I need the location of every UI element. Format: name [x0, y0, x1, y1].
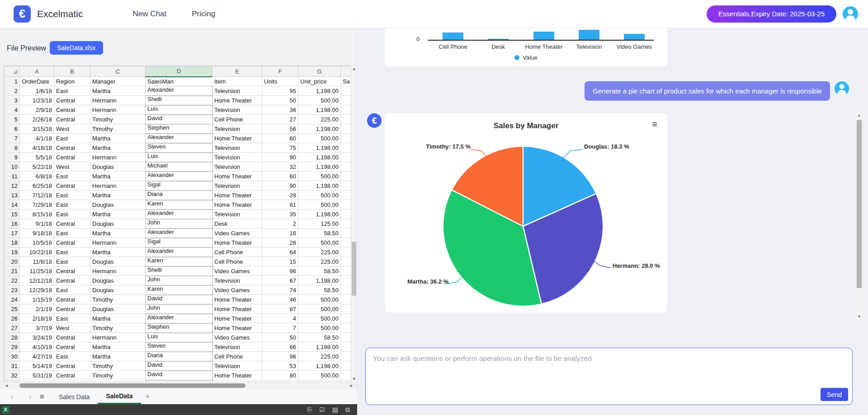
cell[interactable]: John — [146, 219, 212, 228]
cell[interactable]: Central — [54, 361, 90, 371]
cell[interactable]: East — [54, 285, 90, 295]
cell[interactable]: 58.50 — [298, 228, 341, 238]
cell[interactable]: Diana — [146, 352, 212, 361]
cell[interactable] — [341, 285, 352, 295]
cell[interactable]: Central — [54, 96, 90, 105]
cell[interactable]: Martha — [90, 191, 146, 200]
row-number[interactable]: 12 — [5, 181, 20, 191]
cell[interactable]: Television — [212, 153, 262, 162]
cell[interactable]: 8/15/18 — [20, 210, 54, 219]
cell[interactable]: 4/18/18 — [20, 143, 54, 153]
nav-item-new-chat[interactable]: New Chat — [133, 9, 167, 19]
cell[interactable]: Martha — [90, 228, 146, 238]
cell[interactable]: Cell Phone — [212, 352, 262, 361]
cell[interactable]: OrderDate — [20, 77, 54, 86]
cell[interactable] — [341, 371, 352, 380]
sheet-vertical-scrollbar[interactable]: ▲ ▼ — [351, 65, 357, 382]
cell[interactable]: 225.00 — [298, 257, 341, 266]
cell[interactable]: 36 — [262, 105, 298, 115]
cell[interactable]: 10/5/18 — [20, 238, 54, 247]
cell[interactable]: John — [146, 304, 212, 314]
cell[interactable]: 64 — [262, 247, 298, 257]
cell[interactable] — [341, 105, 352, 115]
cell[interactable]: 29 — [262, 191, 298, 200]
cell[interactable] — [341, 276, 352, 285]
cell[interactable] — [341, 295, 352, 304]
column-header-B[interactable]: B — [54, 66, 90, 77]
cell[interactable]: 11/25/18 — [20, 266, 54, 276]
cell[interactable]: Sigal — [146, 181, 212, 191]
cell[interactable]: East — [54, 200, 90, 210]
cell[interactable]: Timothy — [90, 323, 146, 333]
cell[interactable]: 4/10/19 — [20, 342, 54, 352]
cell[interactable]: Video Games — [212, 285, 262, 295]
cell[interactable]: East — [54, 191, 90, 200]
cell[interactable]: 6/25/18 — [20, 181, 54, 191]
cell[interactable] — [341, 143, 352, 153]
cell[interactable]: 3/7/19 — [20, 323, 54, 333]
cell[interactable]: 225.00 — [298, 115, 341, 124]
cell[interactable]: Douglas — [90, 200, 146, 210]
row-number[interactable]: 3 — [5, 96, 20, 105]
cell[interactable]: 5/5/18 — [20, 153, 54, 162]
cell[interactable]: Hermann — [90, 333, 146, 342]
cell[interactable]: Douglas — [90, 285, 146, 295]
cell[interactable]: 67 — [262, 276, 298, 285]
cell[interactable]: Timothy — [90, 115, 146, 124]
row-number[interactable]: 22 — [5, 276, 20, 285]
cell[interactable]: 11/8/18 — [20, 257, 54, 266]
cell[interactable]: 4 — [262, 314, 298, 323]
row-number[interactable]: 25 — [5, 304, 20, 314]
app-logo-icon[interactable]: € — [14, 5, 31, 23]
cell[interactable]: Alexander — [146, 210, 212, 219]
cell[interactable]: Central — [54, 342, 90, 352]
cell[interactable]: Sigal — [146, 238, 212, 247]
cell[interactable]: 5/22/18 — [20, 162, 54, 172]
cell[interactable]: 500.00 — [298, 314, 341, 323]
cell[interactable]: Region — [54, 77, 90, 86]
cell[interactable]: 5/14/19 — [20, 361, 54, 371]
cell[interactable]: Central — [54, 143, 90, 153]
cell[interactable]: Karen — [146, 257, 212, 266]
chat-scroll-thumb[interactable] — [857, 120, 862, 288]
cell[interactable] — [341, 86, 352, 96]
cell[interactable]: West — [54, 162, 90, 172]
cell[interactable]: Television — [212, 162, 262, 172]
cell[interactable]: 2/26/18 — [20, 115, 54, 124]
pie-chart[interactable] — [443, 147, 603, 306]
cell[interactable]: Luis — [146, 333, 212, 342]
cell[interactable]: Alexander — [146, 172, 212, 181]
cell[interactable]: Alexander — [146, 247, 212, 257]
cell[interactable]: 12/29/18 — [20, 285, 54, 295]
horizontal-scroll-thumb[interactable] — [19, 383, 245, 388]
cell[interactable]: 2/1/19 — [20, 304, 54, 314]
cell[interactable]: Hermann — [90, 153, 146, 162]
cell[interactable]: 7/29/18 — [20, 200, 54, 210]
copy-sheet-icon[interactable]: ⎘ — [307, 406, 312, 414]
cell[interactable] — [341, 304, 352, 314]
cell[interactable]: Central — [54, 238, 90, 247]
cell[interactable] — [341, 247, 352, 257]
cell[interactable]: David — [146, 361, 212, 371]
cell[interactable]: Television — [212, 124, 262, 134]
cell[interactable]: 10/22/18 — [20, 247, 54, 257]
cell[interactable]: Video Games — [212, 333, 262, 342]
cell[interactable]: 90 — [262, 153, 298, 162]
cell[interactable]: Hermann — [90, 96, 146, 105]
cell[interactable]: Television — [212, 86, 262, 96]
cell[interactable]: Home Theater — [212, 295, 262, 304]
sheet-list-menu-icon[interactable]: ≡ — [40, 392, 44, 401]
cell[interactable]: Cell Phone — [212, 257, 262, 266]
cell[interactable]: 1,198.00 — [298, 86, 341, 96]
cell[interactable]: 2 — [262, 219, 298, 228]
cell[interactable] — [341, 191, 352, 200]
cell[interactable]: Martha — [90, 247, 146, 257]
cell[interactable]: David — [146, 115, 212, 124]
cell[interactable] — [341, 352, 352, 361]
cell[interactable] — [341, 172, 352, 181]
plan-expiry-badge[interactable]: Essentials,Expiry Date: 2025-03-25 — [707, 5, 836, 23]
cell[interactable]: 50 — [262, 333, 298, 342]
cell[interactable]: Television — [212, 181, 262, 191]
cell[interactable]: 96 — [262, 352, 298, 361]
row-number[interactable]: 13 — [5, 191, 20, 200]
